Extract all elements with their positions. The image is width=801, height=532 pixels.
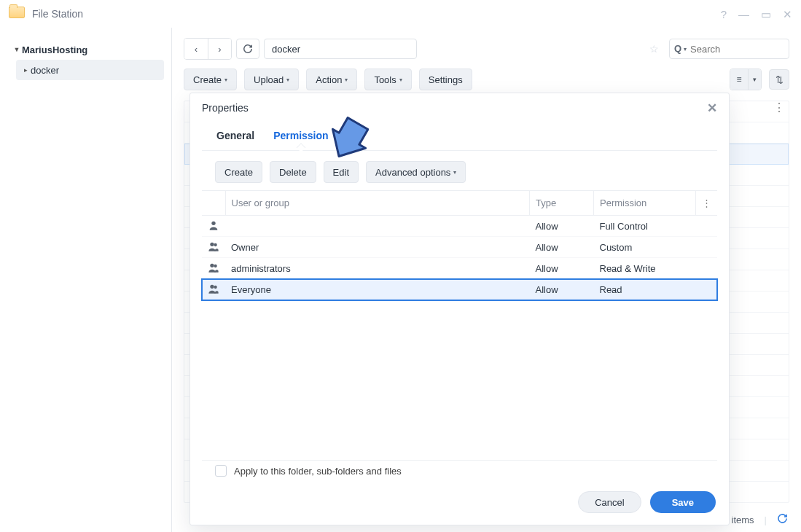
group-icon [202, 279, 225, 300]
svg-point-4 [214, 264, 217, 267]
save-button[interactable]: Save [650, 491, 716, 513]
permission-row[interactable]: EveryoneAllowRead [202, 279, 717, 300]
perm-edit-button[interactable]: Edit [324, 161, 359, 183]
dialog-tabs: General Permission [202, 122, 717, 151]
caret-down-icon: ▾ [453, 169, 456, 176]
dialog-title: Properties [202, 102, 707, 114]
row-type: Allow [530, 279, 594, 300]
row-name: administrators [225, 258, 530, 279]
svg-point-5 [210, 284, 214, 288]
row-permission: Read & Write [594, 258, 718, 279]
svg-point-1 [210, 242, 214, 246]
row-permission: Read [594, 279, 718, 300]
row-name: Everyone [225, 279, 530, 300]
row-type: Allow [530, 237, 594, 258]
perm-create-button[interactable]: Create [215, 161, 262, 183]
tab-permission[interactable]: Permission [272, 130, 329, 150]
col-menu-icon[interactable]: ⋮ [696, 191, 718, 216]
svg-point-3 [210, 263, 214, 267]
permission-row[interactable]: administratorsAllowRead & Write [202, 258, 717, 279]
col-permission[interactable]: Permission [594, 191, 696, 216]
apply-label: Apply to this folder, sub-folders and fi… [234, 466, 402, 477]
dialog-mask: Properties ✕ General Permission Create D… [0, 0, 801, 532]
row-name [225, 216, 530, 237]
group-icon [202, 258, 225, 279]
dialog-close-button[interactable]: ✕ [707, 101, 717, 116]
permission-table: User or group Type Permission ⋮ AllowFul… [202, 190, 717, 300]
properties-dialog: Properties ✕ General Permission Create D… [189, 93, 730, 525]
perm-advanced-button[interactable]: Advanced options▾ [366, 161, 466, 183]
row-type: Allow [530, 216, 594, 237]
svg-point-6 [214, 285, 217, 288]
row-permission: Full Control [594, 216, 718, 237]
cancel-button[interactable]: Cancel [578, 491, 641, 513]
col-type[interactable]: Type [530, 191, 594, 216]
tab-general[interactable]: General [215, 130, 256, 150]
row-type: Allow [530, 258, 594, 279]
advanced-label: Advanced options [375, 167, 450, 178]
user-icon [202, 216, 225, 237]
row-name: Owner [225, 237, 530, 258]
apply-checkbox[interactable] [215, 465, 227, 477]
permission-row[interactable]: AllowFull Control [202, 216, 717, 237]
svg-point-0 [211, 221, 215, 224]
perm-delete-button[interactable]: Delete [270, 161, 316, 183]
col-user[interactable]: User or group [225, 191, 530, 216]
svg-point-2 [214, 243, 217, 246]
col-icon [202, 191, 225, 216]
permission-row[interactable]: OwnerAllowCustom [202, 237, 717, 258]
row-permission: Custom [594, 237, 718, 258]
group-icon [202, 237, 225, 258]
